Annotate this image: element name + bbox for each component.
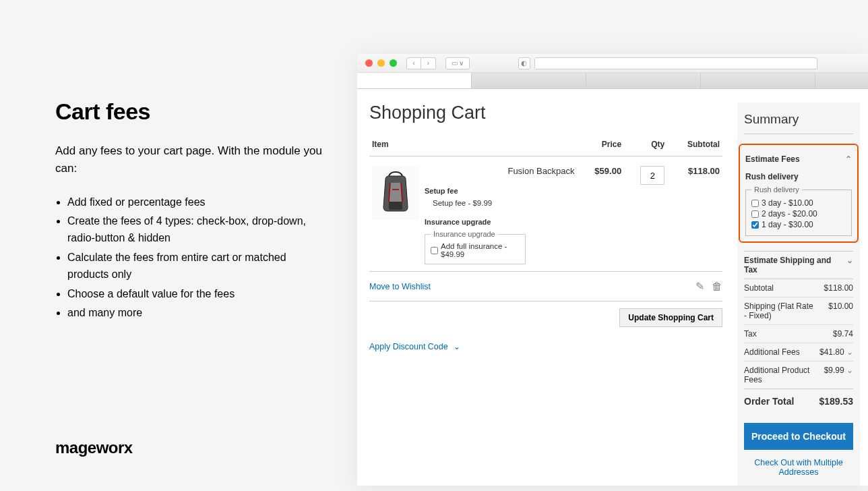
feature-list: Add fixed or percentage fees Create the … xyxy=(55,194,325,322)
list-item: Add fixed or percentage fees xyxy=(67,194,325,211)
item-price: $59.00 xyxy=(577,156,624,272)
insurance-option-label: Add full insurance - $49.99 xyxy=(441,242,520,258)
insurance-checkbox[interactable] xyxy=(431,247,438,254)
apply-discount-toggle[interactable]: Apply Discount Code xyxy=(369,342,448,351)
tax-label: Tax xyxy=(744,329,757,339)
estimate-shipping-label: Estimate Shipping and Tax xyxy=(744,256,846,275)
summary-title: Summary xyxy=(744,112,853,134)
rush-checkbox[interactable] xyxy=(751,221,759,229)
backpack-icon xyxy=(375,169,416,216)
rush-delivery-label: Rush delivery xyxy=(745,172,852,181)
chevron-down-icon[interactable]: ⌄ xyxy=(846,366,853,375)
list-item: Create the fees of 4 types: check-box, d… xyxy=(67,213,325,247)
product-name[interactable]: Fusion Backpack xyxy=(425,166,574,176)
chevron-down-icon[interactable]: ⌄ xyxy=(846,347,853,357)
browser-tabs xyxy=(357,73,868,89)
rush-option-3day[interactable]: 3 day - $10.00 xyxy=(751,198,846,208)
rush-option-2day[interactable]: 2 days - $20.00 xyxy=(751,208,846,219)
browser-tab-active[interactable] xyxy=(357,73,472,88)
browser-tab[interactable] xyxy=(586,73,701,88)
rush-checkbox[interactable] xyxy=(751,200,759,207)
chevron-down-icon: ⌄ xyxy=(846,256,853,275)
col-subtotal: Subtotal xyxy=(667,140,722,156)
shipping-label: Shipping (Flat Rate - Fixed) xyxy=(744,301,818,320)
list-item: Choose a default value for the fees xyxy=(67,286,325,303)
rush-option-label: 3 day - $10.00 xyxy=(762,198,813,208)
cart-heading: Shopping Cart xyxy=(369,103,722,123)
summary-panel: Summary Estimate Fees ⌃ Rush delivery Ru… xyxy=(737,103,860,486)
browser-window: ‹ › ▭ ∨ ◐ Shopping Cart Item Price Qty S… xyxy=(357,54,868,486)
product-thumbnail[interactable] xyxy=(372,166,419,220)
browser-tab[interactable] xyxy=(472,73,586,88)
nav-forward-button[interactable]: › xyxy=(421,57,436,69)
estimate-shipping-toggle[interactable]: Estimate Shipping and Tax ⌄ xyxy=(744,251,853,279)
window-controls[interactable] xyxy=(365,59,397,67)
rush-option-1day[interactable]: 1 day - $30.00 xyxy=(751,219,846,230)
list-item: Calculate the fees from entire cart or m… xyxy=(67,250,325,283)
order-total-label: Order Total xyxy=(744,396,794,407)
browser-toolbar: ‹ › ▭ ∨ ◐ xyxy=(357,54,868,73)
rush-checkbox[interactable] xyxy=(751,210,759,218)
col-item: Item xyxy=(369,140,577,156)
product-fees-value: $9.99 xyxy=(824,366,844,375)
browser-tab[interactable] xyxy=(701,73,815,88)
qty-input[interactable] xyxy=(640,166,664,185)
table-row: Fusion Backpack Setup fee Setup fee - $9… xyxy=(369,156,722,272)
rush-delivery-fieldset: Rush delivery 3 day - $10.00 2 days - $2… xyxy=(745,185,852,236)
product-fees-label: Additional Product Fees xyxy=(744,366,818,384)
multi-address-link[interactable]: Check Out with Multiple Addresses xyxy=(754,458,842,477)
estimate-fees-label: Estimate Fees xyxy=(745,154,800,164)
estimate-fees-highlight: Estimate Fees ⌃ Rush delivery Rush deliv… xyxy=(739,144,859,243)
subtotal-value: $118.00 xyxy=(824,283,853,293)
minimize-window-icon[interactable] xyxy=(377,59,385,67)
insurance-upgrade-label: Insurance upgrade xyxy=(425,218,574,226)
rush-option-label: 1 day - $30.00 xyxy=(762,220,813,229)
cart-table: Item Price Qty Subtotal xyxy=(369,140,722,271)
fullscreen-window-icon[interactable] xyxy=(390,59,397,67)
list-item: and many more xyxy=(67,305,325,322)
additional-fees-label: Additional Fees xyxy=(744,347,800,357)
shipping-value: $10.00 xyxy=(828,301,853,320)
chevron-down-icon: ⌄ xyxy=(454,342,460,351)
setup-fee-value: Setup fee - $9.99 xyxy=(425,199,574,207)
rush-option-label: 2 days - $20.00 xyxy=(762,209,817,219)
item-subtotal: $118.00 xyxy=(667,156,722,272)
insurance-option[interactable]: Add full insurance - $49.99 xyxy=(431,242,520,258)
tax-value: $9.74 xyxy=(833,329,853,339)
checkout-button[interactable]: Proceed to Checkout xyxy=(744,423,853,450)
insurance-upgrade-fieldset: Insurance upgrade Add full insurance - $… xyxy=(425,230,526,264)
col-qty: Qty xyxy=(624,140,667,156)
privacy-shield-icon[interactable]: ◐ xyxy=(518,57,530,69)
estimate-fees-toggle[interactable]: Estimate Fees ⌃ xyxy=(745,150,852,168)
page-description: Add any fees to your cart page. With the… xyxy=(55,142,325,178)
additional-fees-value: $41.80 xyxy=(819,347,844,357)
brand-logo: mageworx xyxy=(55,438,133,457)
chevron-up-icon: ⌃ xyxy=(845,154,852,164)
sidebar-toggle-button[interactable]: ▭ ∨ xyxy=(445,57,470,69)
move-to-wishlist-link[interactable]: Move to Wishlist xyxy=(369,282,431,291)
nav-back-button[interactable]: ‹ xyxy=(406,57,421,69)
subtotal-label: Subtotal xyxy=(744,283,774,293)
order-total-value: $189.53 xyxy=(819,396,853,407)
insurance-legend: Insurance upgrade xyxy=(431,230,498,238)
address-bar[interactable] xyxy=(534,57,817,69)
setup-fee-label: Setup fee xyxy=(425,187,574,195)
close-window-icon[interactable] xyxy=(365,59,373,67)
rush-legend: Rush delivery xyxy=(751,185,802,194)
page-title: Cart fees xyxy=(55,98,325,125)
col-price: Price xyxy=(577,140,624,156)
update-cart-button[interactable]: Update Shopping Cart xyxy=(619,308,722,327)
edit-item-icon[interactable]: ✎ xyxy=(695,281,704,292)
remove-item-icon[interactable]: 🗑 xyxy=(712,281,722,292)
